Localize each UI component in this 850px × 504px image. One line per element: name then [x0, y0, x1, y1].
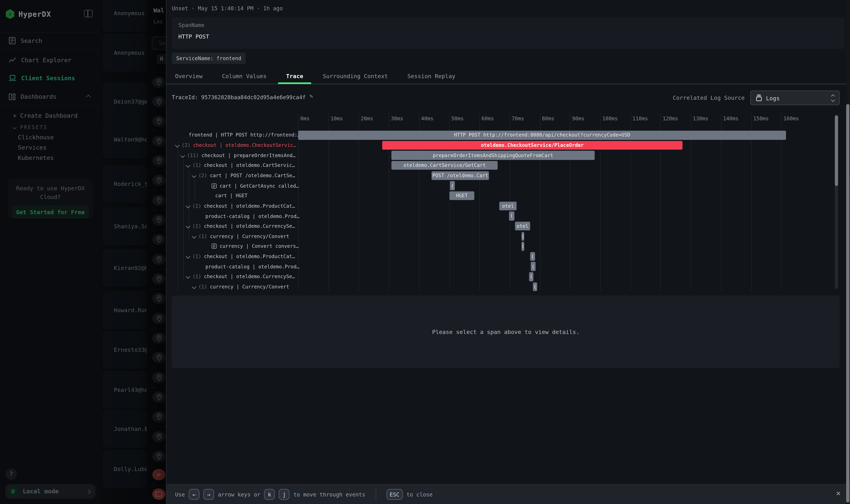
- span-bar[interactable]: (: [450, 181, 455, 190]
- span-bar[interactable]: (: [509, 212, 514, 220]
- esc-key[interactable]: ESC: [386, 489, 403, 500]
- span-tree-row[interactable]: (1) checkout | oteldemo.CurrencySe…: [172, 221, 302, 231]
- grid-line: [751, 113, 752, 291]
- chevron-down-icon[interactable]: [192, 234, 196, 238]
- span-tree-row[interactable]: currency | Convert convers…: [172, 241, 302, 251]
- waterfall-scrollbar-thumb[interactable]: [835, 115, 838, 186]
- arrow-right-key[interactable]: →: [203, 489, 214, 500]
- span-bar[interactable]: otel: [499, 201, 517, 210]
- tab-trace[interactable]: Trace: [286, 73, 303, 79]
- grid-line: [661, 113, 661, 291]
- span-tree-label: product-catalog | oteldemo.Prod…: [205, 264, 300, 269]
- span-bar[interactable]: HGET: [449, 191, 474, 200]
- span-tree-row[interactable]: cart | GetCartAsync called…: [172, 181, 302, 191]
- arrow-left-key[interactable]: ←: [189, 489, 199, 500]
- chevron-down-icon[interactable]: [186, 224, 190, 229]
- span-bar-label: (: [522, 244, 524, 249]
- span-tree-row[interactable]: (11) checkout | prepareOrderItemsAnd…: [172, 150, 302, 160]
- grid-line: [359, 113, 359, 291]
- span-bar[interactable]: (: [522, 232, 524, 241]
- span-tree-row[interactable]: (1) currency | Currency/Convert: [172, 282, 302, 291]
- keyboard-hint-bar: Use ← → arrow keys or k j to move throug…: [166, 484, 850, 504]
- grid-line: [479, 113, 480, 291]
- chevron-down-icon[interactable]: [180, 153, 185, 158]
- waterfall-scrollbar[interactable]: [835, 114, 838, 289]
- span-name-label: SpanName: [178, 22, 838, 28]
- chevron-down-icon[interactable]: [175, 143, 179, 147]
- span-bar[interactable]: (: [522, 242, 524, 251]
- chevron-down-icon[interactable]: [186, 254, 190, 259]
- tab-column-values[interactable]: Column Values: [222, 73, 267, 79]
- close-icon[interactable]: ×: [836, 488, 841, 498]
- trace-id: TraceId: 957362828baa84dc02d95a4e6e99ca4…: [172, 94, 306, 100]
- chevron-down-icon[interactable]: [186, 274, 190, 279]
- span-tree-label: product-catalog | oteldemo.Prod…: [205, 213, 300, 219]
- time-tick-label: 40ms: [421, 115, 434, 121]
- span-tree-row[interactable]: (1) checkout | oteldemo.ProductCat…: [172, 201, 302, 211]
- span-tree-row[interactable]: frontend | HTTP POST http://frontend:…: [172, 130, 302, 140]
- chevron-down-icon[interactable]: [192, 285, 196, 289]
- span-tree-row[interactable]: (1) currency | Currency/Convert: [172, 231, 302, 241]
- page-scrollbar[interactable]: [846, 0, 849, 504]
- span-name-card: SpanName HTTP POST: [172, 17, 845, 49]
- app-root: ⚡ HyperDX Search Chart Explorer Client S…: [0, 0, 850, 504]
- span-tree-row[interactable]: (2) checkout | oteldemo.CheckoutServic…: [172, 140, 302, 150]
- tabs-divider: [166, 84, 850, 85]
- span-tree-label: currency | Currency/Convert: [210, 284, 289, 289]
- span-child-count: (1): [198, 284, 207, 289]
- span-tree-row[interactable]: (1) checkout | oteldemo.CartServic…: [172, 160, 302, 170]
- span-bar[interactable]: HTTP POST http://frontend:8080/api/check…: [298, 131, 786, 140]
- span-tree-label: checkout | prepareOrderItemsAnd…: [201, 152, 295, 158]
- span-bar[interactable]: (: [533, 282, 537, 291]
- span-bar-label: HGET: [456, 193, 468, 198]
- tab-overview[interactable]: Overview: [175, 73, 202, 79]
- chevron-down-icon[interactable]: [186, 204, 190, 208]
- time-tick-label: 130ms: [693, 115, 708, 121]
- span-bar[interactable]: (: [530, 252, 535, 261]
- trace-waterfall: 0ms10ms20ms30ms40ms50ms60ms70ms80ms90ms1…: [166, 111, 850, 291]
- span-tree-row[interactable]: (1) checkout | oteldemo.ProductCat…: [172, 251, 302, 262]
- time-tick-label: 60ms: [482, 115, 494, 121]
- span-bar[interactable]: (: [529, 272, 533, 281]
- span-tree-row[interactable]: product-catalog | oteldemo.Prod…: [172, 262, 302, 272]
- span-tree-row[interactable]: (2) cart | POST /oteldemo.CartSe…: [172, 170, 302, 181]
- correlated-log-source-label: Correlated Log Source: [673, 94, 745, 101]
- span-bar[interactable]: (: [531, 262, 536, 271]
- span-child-count: (1): [192, 203, 201, 209]
- edit-pencil-icon[interactable]: ✎: [310, 93, 313, 100]
- span-bar[interactable]: oteldemo.CheckoutService/PlaceOrder: [382, 141, 683, 150]
- span-bar-label: HTTP POST http://frontend:8080/api/check…: [454, 132, 630, 138]
- span-bar[interactable]: prepareOrderItemsAndShippingQuoteFromCar…: [392, 151, 595, 160]
- span-tree-row[interactable]: (1) checkout | oteldemo.CurrencySe…: [172, 272, 302, 282]
- service-name-chip[interactable]: ServiceName: frontend: [172, 53, 246, 64]
- span-child-count: (1): [192, 274, 201, 280]
- chevron-down-icon[interactable]: [192, 173, 196, 178]
- span-bar-label: (: [522, 234, 524, 239]
- time-tick-label: 90ms: [572, 115, 584, 121]
- time-tick-label: 120ms: [663, 115, 678, 121]
- span-tree-row[interactable]: product-catalog | oteldemo.Prod…: [172, 211, 302, 221]
- drawer-backdrop[interactable]: [0, 0, 166, 504]
- time-tick-label: 10ms: [330, 115, 343, 121]
- span-bar-label: (: [530, 274, 533, 280]
- span-bar[interactable]: oteldemo.CartService/GetCart: [392, 161, 498, 170]
- span-tree-label: checkout | oteldemo.CartServic…: [204, 163, 295, 168]
- span-bar[interactable]: POST /oteldemo.Cart: [432, 171, 489, 180]
- span-tree-label: checkout | oteldemo.CurrencySe…: [204, 274, 295, 280]
- k-key[interactable]: k: [264, 489, 275, 500]
- span-tree-label: currency | Currency/Convert: [210, 234, 289, 239]
- time-tick-label: 160ms: [783, 115, 799, 121]
- j-key[interactable]: j: [279, 489, 290, 500]
- span-tree-label: currency | Convert convers…: [220, 244, 299, 249]
- grid-line: [449, 113, 450, 291]
- chevron-down-icon[interactable]: [186, 163, 190, 168]
- log-source-select[interactable]: Logs: [750, 91, 840, 105]
- page-scrollbar-thumb[interactable]: [846, 104, 849, 503]
- tab-session-replay[interactable]: Session Replay: [408, 73, 455, 79]
- hint-or: arrow keys or: [218, 491, 260, 497]
- span-tree-row[interactable]: cart | HGET: [172, 191, 302, 201]
- tab-surrounding-context[interactable]: Surrounding Context: [323, 73, 388, 79]
- span-bar[interactable]: otel: [515, 222, 530, 231]
- span-tree-label: cart | GetCartAsync called…: [220, 183, 299, 188]
- trace-drawer: Unset · May 15 1:40:14 PM · 1h ago SpanN…: [166, 0, 850, 504]
